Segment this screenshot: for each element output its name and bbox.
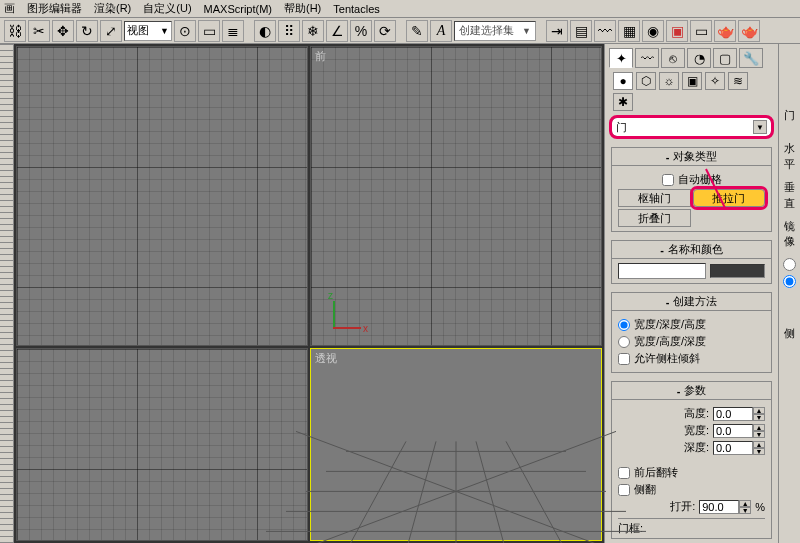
material-icon[interactable]: ◉ xyxy=(642,20,664,42)
selection-set-input[interactable]: 创建选择集 ▼ xyxy=(454,21,536,41)
height-spinner[interactable]: ▲▼ xyxy=(713,407,765,421)
menu-bar: 画 图形编辑器 渲染(R) 自定义(U) MAXScript(M) 帮助(H) … xyxy=(0,0,800,18)
chevron-down-icon: ▼ xyxy=(522,26,531,36)
side-label: 水平 xyxy=(779,137,800,176)
viewport-label: 前 xyxy=(315,49,326,64)
move-icon[interactable]: ✥ xyxy=(52,20,74,42)
rollout-header[interactable]: -对象类型 xyxy=(612,148,771,166)
align-icon[interactable]: ⇥ xyxy=(546,20,568,42)
viewport-area: 前 z x 透视 xyxy=(14,44,604,543)
selection-set-placeholder: 创建选择集 xyxy=(459,23,514,38)
mirror-icon[interactable]: ◐ xyxy=(254,20,276,42)
hierarchy-tab-icon[interactable]: ⎋ xyxy=(661,48,685,68)
menu-item[interactable]: 渲染(R) xyxy=(94,1,131,16)
systems-icon[interactable]: ✱ xyxy=(613,93,633,111)
schematic-icon[interactable]: ▦ xyxy=(618,20,640,42)
side-radio[interactable] xyxy=(783,275,796,288)
create-tab-icon[interactable]: ✦ xyxy=(609,48,633,68)
quick-render-icon[interactable]: 🫖 xyxy=(714,20,736,42)
viewport-label: 透视 xyxy=(315,351,337,366)
render-icon[interactable]: 🫖 xyxy=(738,20,760,42)
main-toolbar: ⛓ ✂ ✥ ↻ ⤢ 视图 ▼ ⊙ ▭ ≣ ◐ ⠿ ❄ ∠ % ⟳ ✎ A 创建选… xyxy=(0,18,800,44)
shapes-icon[interactable]: ⬡ xyxy=(636,72,656,90)
whd-radio[interactable] xyxy=(618,336,630,348)
menu-item[interactable]: 画 xyxy=(4,1,15,16)
menu-item[interactable]: Tentacles xyxy=(333,3,379,15)
snap-icon[interactable]: ❄ xyxy=(302,20,324,42)
axis-x-label: x xyxy=(363,323,368,334)
open-unit: % xyxy=(755,501,765,513)
create-subtabs: ● ⬡ ☼ ▣ ✧ ≋ ✱ xyxy=(605,68,778,115)
layers-icon[interactable]: ▤ xyxy=(570,20,592,42)
render-frame-icon[interactable]: ▭ xyxy=(690,20,712,42)
ruler xyxy=(0,44,14,543)
viewport-top-right[interactable]: 前 z x xyxy=(310,46,602,346)
svg-line-11 xyxy=(506,441,566,543)
rollout-header[interactable]: -参数 xyxy=(612,382,771,400)
menu-item[interactable]: 图形编辑器 xyxy=(27,1,82,16)
depth-spinner[interactable]: ▲▼ xyxy=(713,441,765,455)
cameras-icon[interactable]: ▣ xyxy=(682,72,702,90)
menu-item[interactable]: 帮助(H) xyxy=(284,1,321,16)
utilities-tab-icon[interactable]: 🔧 xyxy=(739,48,763,68)
spinner-snap-icon[interactable]: ⟳ xyxy=(374,20,396,42)
viewport-top-left[interactable] xyxy=(16,46,308,346)
open-spinner[interactable]: ▲▼ xyxy=(699,500,751,514)
curve-editor-icon[interactable]: 〰 xyxy=(594,20,616,42)
center-icon[interactable]: ⊙ xyxy=(174,20,196,42)
geometry-icon[interactable]: ● xyxy=(613,72,633,90)
rotate-icon[interactable]: ↻ xyxy=(76,20,98,42)
menu-item[interactable]: MAXScript(M) xyxy=(204,3,272,15)
helpers-icon[interactable]: ✧ xyxy=(705,72,725,90)
scale-icon[interactable]: ⤢ xyxy=(100,20,122,42)
list-icon[interactable]: ≣ xyxy=(222,20,244,42)
chevron-down-icon: ▼ xyxy=(753,120,767,134)
edit-named-icon[interactable]: ✎ xyxy=(406,20,428,42)
side-label: 门 xyxy=(779,104,800,127)
pivot-door-button[interactable]: 枢轴门 xyxy=(618,189,691,207)
angle-snap-icon[interactable]: ∠ xyxy=(326,20,348,42)
ref-coord-label: 视图 xyxy=(127,23,149,38)
wdh-label: 宽度/深度/高度 xyxy=(634,317,706,332)
width-spinner[interactable]: ▲▼ xyxy=(713,424,765,438)
rollout-object-type: -对象类型 自动栅格 枢轴门 推拉门 折叠门 xyxy=(611,147,772,232)
font-icon[interactable]: A xyxy=(430,20,452,42)
rollout-create-method: -创建方法 宽度/深度/高度 宽度/高度/深度 允许侧柱倾斜 xyxy=(611,292,772,373)
array-icon[interactable]: ⠿ xyxy=(278,20,300,42)
category-dropdown[interactable]: 门 ▼ xyxy=(611,117,772,137)
rollout-header[interactable]: -创建方法 xyxy=(612,293,771,311)
menu-item[interactable]: 自定义(U) xyxy=(143,1,191,16)
side-radio[interactable] xyxy=(783,258,796,271)
link-icon[interactable]: ⛓ xyxy=(4,20,26,42)
object-name-input[interactable] xyxy=(618,263,706,279)
rollout-header[interactable]: -名称和颜色 xyxy=(612,241,771,259)
motion-tab-icon[interactable]: ◔ xyxy=(687,48,711,68)
category-dropdown-label: 门 xyxy=(616,120,627,135)
display-tab-icon[interactable]: ▢ xyxy=(713,48,737,68)
render-setup-icon[interactable]: ▣ xyxy=(666,20,688,42)
viewport-perspective[interactable]: 透视 xyxy=(310,348,602,541)
color-swatch[interactable] xyxy=(710,264,765,278)
side-label: 镜像 xyxy=(779,215,800,254)
chevron-down-icon: ▼ xyxy=(160,26,169,36)
axis-z-label: z xyxy=(328,290,333,301)
allow-tilt-checkbox[interactable] xyxy=(618,353,630,365)
sliding-door-button[interactable]: 推拉门 xyxy=(693,189,766,207)
ref-coord-select[interactable]: 视图 ▼ xyxy=(124,21,172,41)
bifold-door-button[interactable]: 折叠门 xyxy=(618,209,691,227)
whd-label: 宽度/高度/深度 xyxy=(634,334,706,349)
svg-line-10 xyxy=(476,441,506,543)
space-warps-icon[interactable]: ≋ xyxy=(728,72,748,90)
select-icon[interactable]: ▭ xyxy=(198,20,220,42)
wdh-radio[interactable] xyxy=(618,319,630,331)
allow-tilt-label: 允许侧柱倾斜 xyxy=(634,351,700,366)
unlink-icon[interactable]: ✂ xyxy=(28,20,50,42)
percent-snap-icon[interactable]: % xyxy=(350,20,372,42)
svg-line-7 xyxy=(346,441,406,543)
lights-icon[interactable]: ☼ xyxy=(659,72,679,90)
modify-tab-icon[interactable]: 〰 xyxy=(635,48,659,68)
autogrid-checkbox[interactable] xyxy=(662,174,674,186)
side-label: 垂直 xyxy=(779,176,800,215)
command-panel-tabs: ✦ 〰 ⎋ ◔ ▢ 🔧 xyxy=(605,44,778,68)
svg-line-8 xyxy=(406,441,436,543)
